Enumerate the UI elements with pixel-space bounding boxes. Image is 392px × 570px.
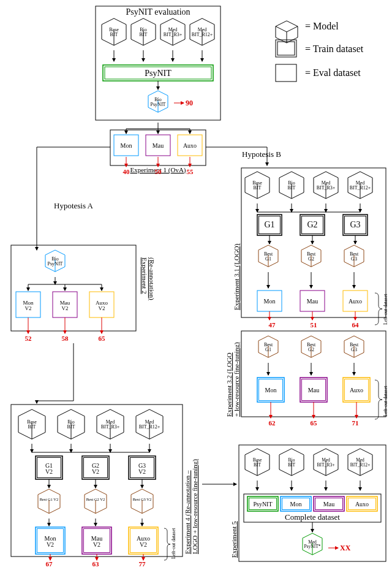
svg-text:MonV2: MonV2	[45, 535, 56, 548]
leftout-4: Left-out dataset	[171, 528, 176, 559]
val-90: 90	[186, 99, 193, 107]
svg-text:Mon: Mon	[121, 142, 132, 149]
svg-text:MauV2: MauV2	[60, 300, 70, 311]
val-62: 62	[269, 419, 276, 427]
svg-text:PsyNIT: PsyNIT	[253, 501, 272, 507]
svg-text:Mon: Mon	[264, 298, 276, 305]
svg-text:BioBIT: BioBIT	[140, 27, 148, 37]
svg-text:G2: G2	[307, 220, 317, 229]
svg-text:G1: G1	[264, 220, 274, 229]
svg-text:Auxo: Auxo	[355, 501, 369, 507]
exp32-b: + low-resource fine-tuning)	[233, 342, 241, 417]
svg-text:BaseBIT: BaseBIT	[252, 180, 262, 191]
psynit-train: PsyNIT	[145, 69, 172, 78]
svg-rect-2	[276, 64, 296, 82]
val-52: 52	[25, 335, 32, 342]
exp4-b: LOGO + low-resource fine-tuning)	[191, 459, 199, 554]
val-xx: XX	[340, 544, 351, 552]
svg-text:BioBIT: BioBIT	[67, 419, 75, 430]
svg-text:BioBIT: BioBIT	[288, 457, 296, 468]
svg-text:MonV2: MonV2	[23, 300, 34, 311]
legend: = Model = Train dataset = Eval dataset	[276, 21, 364, 82]
val-63: 63	[92, 560, 100, 568]
svg-text:Mau: Mau	[308, 387, 319, 393]
psynit-eval-title: PsyNIT evaluation	[126, 7, 190, 17]
svg-text:Mau: Mau	[323, 501, 334, 507]
legend-train: = Train dataset	[305, 44, 364, 54]
svg-text:BaseBIT: BaseBIT	[109, 27, 119, 37]
leftout-32: Left-out dataset	[383, 386, 388, 417]
svg-text:AuxoV2: AuxoV2	[96, 300, 108, 311]
svg-text:G2V2: G2V2	[92, 462, 99, 475]
svg-text:G3V2: G3V2	[138, 462, 146, 475]
legend-eval: = Eval dataset	[305, 67, 361, 78]
val-65b: 65	[311, 419, 318, 427]
complete-dataset: Complete dataset	[285, 512, 340, 522]
exp31-label: Experiment 3.1 (LOGO)	[233, 243, 241, 310]
val-40: 40	[123, 168, 130, 175]
val-65: 65	[99, 335, 106, 342]
val-50: 50	[155, 168, 162, 175]
val-58: 58	[62, 335, 69, 342]
val-55: 55	[187, 168, 194, 175]
svg-text:Auxo: Auxo	[349, 298, 362, 305]
val-71: 71	[352, 419, 359, 427]
svg-text:Mau: Mau	[307, 298, 318, 305]
legend-model: = Model	[305, 21, 339, 31]
svg-text:G3: G3	[350, 220, 360, 229]
svg-rect-32	[11, 245, 136, 331]
val-47: 47	[269, 321, 276, 329]
val-51: 51	[311, 321, 317, 329]
svg-text:BaseBIT: BaseBIT	[253, 457, 262, 468]
svg-text:Best G1 V2: Best G1 V2	[40, 497, 59, 501]
hyp-b: Hypotesis B	[242, 150, 281, 159]
svg-text:Auxo: Auxo	[350, 387, 363, 393]
exp2-a: Experiment 2	[141, 257, 148, 294]
val-67: 67	[46, 560, 53, 568]
svg-text:Best G3 V2: Best G3 V2	[133, 497, 152, 501]
svg-text:Best G2 V2: Best G2 V2	[86, 497, 105, 501]
exp5-label: Experiment 5	[230, 521, 238, 558]
svg-text:Mon: Mon	[265, 387, 277, 393]
leftout-31: Left-out dataset	[383, 294, 388, 325]
svg-text:BaseBIT: BaseBIT	[27, 419, 37, 430]
val-77: 77	[139, 560, 146, 568]
exp2-b: (Re-annotation)	[148, 257, 156, 300]
svg-text:AuxoV2: AuxoV2	[137, 535, 150, 548]
svg-rect-1	[277, 42, 295, 55]
svg-text:G1V2: G1V2	[45, 462, 53, 475]
svg-text:Auxo: Auxo	[183, 142, 197, 149]
svg-text:Mau: Mau	[153, 142, 164, 149]
svg-text:BioBIT: BioBIT	[288, 180, 296, 191]
diagram: = Model = Train dataset = Eval dataset P…	[0, 0, 392, 570]
hyp-a: Hypotesis A	[54, 201, 94, 210]
val-64: 64	[352, 321, 360, 329]
svg-text:MauV2: MauV2	[91, 535, 102, 548]
svg-text:Mon: Mon	[290, 501, 302, 507]
